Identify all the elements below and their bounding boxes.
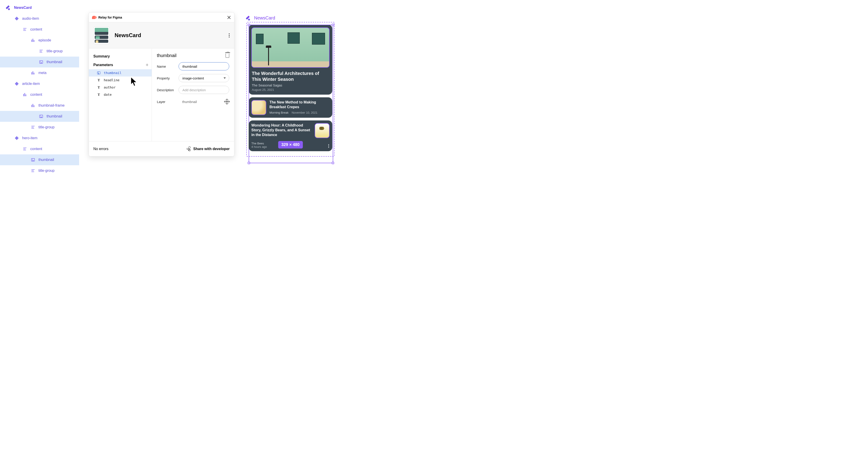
hero-headline: The Wonderful Architectures of This Wint… xyxy=(252,71,329,82)
lines-icon xyxy=(23,27,27,32)
diamond-icon xyxy=(14,82,19,86)
canvas-label-text: NewsCard xyxy=(254,16,275,21)
tree-item-title-group[interactable]: title-group xyxy=(0,122,79,133)
description-input[interactable] xyxy=(179,86,229,94)
text-icon: T xyxy=(97,93,101,96)
share-label: Share with developer xyxy=(193,147,230,151)
tree-item-label: title-group xyxy=(38,169,55,173)
close-icon[interactable] xyxy=(227,16,231,20)
dimensions-badge: 329 × 480 xyxy=(278,141,303,148)
audio-thumbnail[interactable] xyxy=(315,123,330,138)
name-input[interactable] xyxy=(179,62,229,71)
image-icon xyxy=(31,158,35,162)
target-layer-icon[interactable] xyxy=(225,100,229,104)
image-icon xyxy=(39,114,43,119)
tree-item-thumbnail[interactable]: thumbnail xyxy=(0,111,79,122)
detail-title: thumbnail xyxy=(157,53,177,58)
param-date[interactable]: Tdate xyxy=(89,91,152,98)
article-headline: The New Method to Making Breakfast Crepe… xyxy=(270,100,330,110)
panel-header: NewsCard xyxy=(89,22,234,49)
panel-titlebar: Relay for Figma xyxy=(89,12,234,22)
tree-item-label: episode xyxy=(38,38,51,42)
diamond-icon xyxy=(14,136,19,140)
relay-panel: Relay for Figma NewsCard Summary Paramet… xyxy=(89,12,235,157)
canvas-component-label[interactable]: NewsCard xyxy=(246,16,335,21)
kebab-menu-icon[interactable] xyxy=(229,33,230,37)
panel-left-column: Summary Parameters + thumbnailTheadlineT… xyxy=(89,49,152,141)
tree-item-content[interactable]: content xyxy=(0,89,79,100)
article-item-card[interactable]: The New Method to Making Breakfast Crepe… xyxy=(249,97,332,118)
layers-tree: NewsCard audio-itemcontentepisodetitle-g… xyxy=(0,0,79,177)
summary-tab[interactable]: Summary xyxy=(89,53,152,61)
audio-author: The Bees xyxy=(251,142,265,145)
name-label: Name xyxy=(157,64,179,68)
tree-root-newscard[interactable]: NewsCard xyxy=(0,2,79,13)
param-label: author xyxy=(104,86,116,89)
selection-handle[interactable] xyxy=(332,162,334,164)
tree-item-label: title-group xyxy=(38,125,55,129)
param-thumbnail[interactable]: thumbnail xyxy=(89,69,152,77)
property-select[interactable]: image-content xyxy=(179,74,229,82)
selection-handle[interactable] xyxy=(332,24,334,26)
lines-icon xyxy=(31,168,35,173)
hero-date: August 25, 2021 xyxy=(252,88,329,91)
tree-item-label: audio-item xyxy=(22,17,39,21)
description-label: Description xyxy=(157,88,179,92)
audio-date: 4 hours ago xyxy=(251,145,267,148)
tree-item-label: content xyxy=(30,92,42,97)
tree-item-thumbnail[interactable]: thumbnail xyxy=(0,57,79,67)
tree-item-episode[interactable]: episode xyxy=(0,35,79,46)
tree-item-meta[interactable]: meta xyxy=(0,67,79,78)
hero-thumbnail[interactable] xyxy=(251,27,330,68)
lines-icon xyxy=(39,49,43,53)
diamond-icon xyxy=(14,16,19,21)
tree-item-label: article-item xyxy=(22,82,40,86)
tree-item-label: meta xyxy=(38,71,46,75)
tree-item-title-group[interactable]: title-group xyxy=(0,46,79,57)
tree-item-content[interactable]: content xyxy=(0,24,79,35)
audio-headline: Wondering Hour: A Childhood Story, Grizz… xyxy=(251,123,311,137)
panel-footer: No errors Share with developer xyxy=(89,141,234,156)
tree-item-hero-item[interactable]: hero-item xyxy=(0,133,79,143)
param-label: thumbnail xyxy=(104,71,122,75)
panel-detail: thumbnail Name Property image-content De… xyxy=(152,49,234,141)
param-label: date xyxy=(104,93,112,96)
tree-item-audio-item[interactable]: audio-item xyxy=(0,13,79,24)
errors-status: No errors xyxy=(93,147,108,151)
canvas-frame[interactable]: 329 × 480 The Wonderful Architectures of… xyxy=(246,22,335,157)
component-thumbnail xyxy=(93,27,110,44)
component-icon xyxy=(6,5,11,10)
param-author[interactable]: Tauthor xyxy=(89,84,152,91)
kebab-menu-icon[interactable] xyxy=(328,144,329,148)
tree-item-label: content xyxy=(30,147,42,151)
tree-item-thumbnail-frame[interactable]: thumbnail-frame xyxy=(0,100,79,111)
hero-item-card[interactable]: The Wonderful Architectures of This Wint… xyxy=(249,25,332,94)
bars-icon xyxy=(31,71,35,75)
selection-handle[interactable] xyxy=(248,162,250,164)
tree-item-thumbnail[interactable]: thumbnail xyxy=(0,154,79,165)
property-value: image-content xyxy=(182,76,204,80)
param-headline[interactable]: Theadline xyxy=(89,77,152,84)
relay-plugin-icon xyxy=(92,16,96,19)
text-icon: T xyxy=(97,86,101,89)
article-date: November 10, 2021 xyxy=(291,111,317,114)
bars-icon xyxy=(23,92,27,97)
article-thumbnail[interactable] xyxy=(251,100,266,115)
delete-icon[interactable] xyxy=(225,54,229,58)
add-parameter-icon[interactable]: + xyxy=(146,62,149,67)
canvas-preview: NewsCard 329 × 480 The Wonderful Archite… xyxy=(246,16,335,157)
lines-icon xyxy=(23,147,27,151)
tree-root-label: NewsCard xyxy=(14,6,32,10)
parameters-tab[interactable]: Parameters xyxy=(93,63,113,67)
tree-item-title-group[interactable]: title-group xyxy=(0,165,79,176)
layer-label: Layer xyxy=(157,100,179,104)
plugin-name: Relay for Figma xyxy=(98,16,122,19)
tree-item-content[interactable]: content xyxy=(0,143,79,154)
component-icon xyxy=(246,16,251,20)
tree-item-article-item[interactable]: article-item xyxy=(0,78,79,89)
tree-item-label: thumbnail xyxy=(38,158,54,162)
component-title: NewsCard xyxy=(115,32,141,38)
share-with-developer-button[interactable]: Share with developer xyxy=(186,147,230,151)
image-icon xyxy=(39,60,43,64)
layer-value: thumbnail xyxy=(179,97,223,106)
